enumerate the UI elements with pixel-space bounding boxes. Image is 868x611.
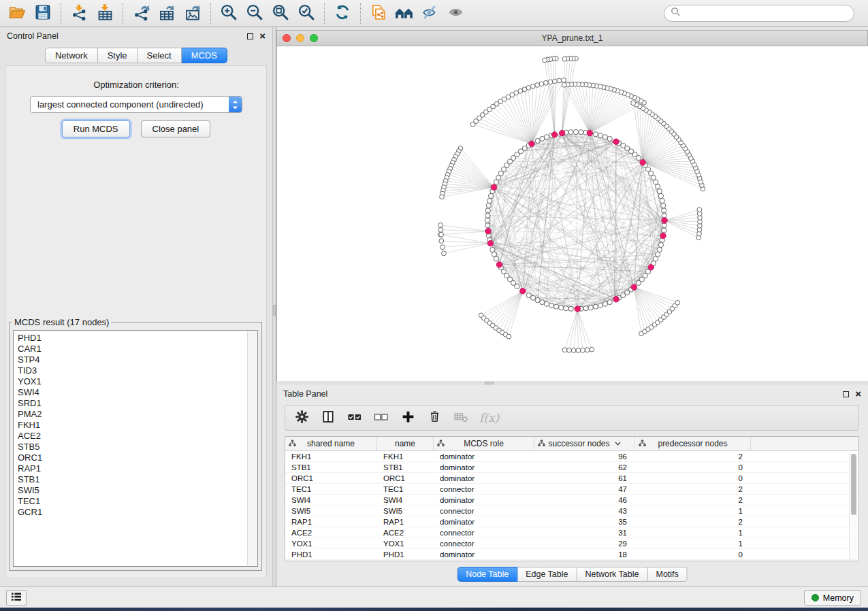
table-cell[interactable]: SWI4 [285,496,377,504]
apply-function-button[interactable]: f(x) [479,409,499,427]
zoom-fit-button[interactable] [268,2,293,25]
mcds-result-item[interactable]: YOX1 [18,376,257,387]
export-image-button[interactable] [180,2,206,25]
close-panel-icon[interactable]: × [259,33,266,39]
column-header-name[interactable]: name [377,437,434,450]
duplicate-network-button[interactable] [366,2,391,25]
network-view-canvas[interactable] [276,46,868,381]
table-cell[interactable]: RAP1 [285,518,377,526]
table-cell[interactable]: TEC1 [377,485,434,493]
table-cell[interactable]: FKH1 [285,452,377,461]
table-cell[interactable]: 2 [635,452,751,461]
table-row[interactable]: SWI5SWI5connector431 [285,506,858,516]
close-panel-icon[interactable]: × [855,391,861,397]
search-input[interactable] [685,7,848,19]
zoom-selected-button[interactable] [293,2,319,25]
scrollbar-thumb[interactable] [851,454,856,515]
mcds-result-item[interactable]: SWI5 [18,485,257,496]
mcds-result-item[interactable]: RAP1 [18,463,257,474]
table-cell[interactable]: FKH1 [377,452,434,461]
import-network-button[interactable] [66,2,92,25]
table-row[interactable]: STB1STB1dominator620 [285,462,858,473]
table-row[interactable]: YOX1YOX1connector291 [285,538,858,549]
mcds-result-listbox[interactable]: PHD1CAR1STP4TID3YOX1SWI4SRD1PMA2FKH1ACE2… [13,330,258,567]
table-cell[interactable]: ORC1 [377,474,434,482]
mcds-result-item[interactable]: PHD1 [18,333,257,344]
table-cell[interactable]: 61 [534,474,635,482]
table-cell[interactable]: dominator [434,463,534,472]
table-row[interactable]: RAP1RAP1dominator352 [285,516,858,527]
tab-style[interactable]: Style [98,48,138,63]
table-cell[interactable]: 0 [635,474,751,482]
mcds-result-item[interactable]: SWI4 [18,387,257,398]
refresh-view-button[interactable] [329,2,355,25]
mcds-result-item[interactable]: SRD1 [18,398,257,409]
first-neighbors-button[interactable] [391,2,417,25]
mcds-result-item[interactable]: ORC1 [18,452,257,463]
add-column-button[interactable] [400,409,416,427]
table-cell[interactable]: RAP1 [377,518,434,526]
save-session-button[interactable] [30,2,56,25]
hide-selected-button[interactable] [417,2,443,25]
table-cell[interactable]: dominator [434,518,534,526]
table-cell[interactable]: 96 [534,452,635,461]
table-cell[interactable]: 2 [635,485,751,493]
table-cell[interactable]: 31 [534,529,635,537]
zoom-out-button[interactable] [242,2,268,25]
table-row[interactable]: ORC1ORC1dominator610 [285,473,858,484]
table-cell[interactable]: TEC1 [285,485,377,493]
table-cell[interactable]: 0 [635,463,751,472]
import-table-button[interactable] [92,2,118,25]
select-all-rows-button[interactable] [347,409,363,427]
float-panel-icon[interactable] [247,33,253,39]
tab-network-table[interactable]: Network Table [577,567,648,582]
table-cell[interactable]: 2 [635,518,751,526]
network-graph[interactable] [277,46,867,380]
zoom-in-button[interactable] [216,2,242,25]
table-cell[interactable]: 46 [534,496,635,504]
table-cell[interactable]: STB1 [285,463,377,472]
splitter-handle[interactable] [485,382,494,384]
tab-motifs[interactable]: Motifs [647,567,687,582]
table-cell[interactable]: STB1 [377,463,434,472]
mcds-result-item[interactable]: ACE2 [18,431,257,442]
show-columns-button[interactable] [320,409,336,427]
delete-column-button[interactable] [426,409,443,427]
mcds-result-item[interactable]: PMA2 [18,409,257,420]
sort-descending-icon[interactable] [615,442,621,446]
mcds-result-item[interactable]: STB1 [18,474,257,485]
tab-edge-table[interactable]: Edge Table [517,567,577,582]
table-row[interactable]: TEC1TEC1connector472 [285,484,858,495]
table-cell[interactable]: 18 [534,550,635,559]
table-cell[interactable]: connector [434,507,534,515]
table-scrollbar[interactable] [849,452,857,559]
mcds-result-item[interactable]: STP4 [18,354,257,365]
tab-mcds[interactable]: MCDS [182,48,227,63]
export-table-button[interactable] [154,2,180,25]
table-cell[interactable]: connector [434,485,534,493]
column-header-successor-nodes[interactable]: successor nodes [534,437,635,450]
table-cell[interactable]: connector [434,540,534,548]
tab-node-table[interactable]: Node Table [457,567,517,582]
table-row[interactable]: SWI4SWI4dominator462 [285,495,858,506]
column-header-mcds-role[interactable]: MCDS role [434,437,534,450]
table-cell[interactable]: dominator [434,496,534,504]
table-cell[interactable]: 35 [534,518,635,526]
memory-button[interactable]: Memory [804,590,861,606]
open-file-button[interactable] [4,2,30,25]
table-cell[interactable]: connector [434,529,534,537]
optimization-criterion-select[interactable]: largest connected component (undirected) [30,96,242,113]
table-cell[interactable]: 0 [635,550,751,559]
table-cell[interactable]: SWI5 [285,507,377,515]
result-scrollbar[interactable] [247,331,257,565]
table-cell[interactable]: PHD1 [285,550,377,559]
table-cell[interactable]: dominator [434,452,534,461]
table-cell[interactable]: 29 [534,540,635,548]
graph-nodes[interactable] [438,56,705,352]
table-cell[interactable]: 1 [635,507,751,515]
table-cell[interactable]: dominator [434,550,534,559]
table-cell[interactable]: ORC1 [285,474,377,482]
table-row[interactable]: FKH1FKH1dominator962 [285,451,858,462]
table-row[interactable]: ACE2ACE2connector311 [285,527,858,538]
table-cell[interactable]: 43 [534,507,635,515]
